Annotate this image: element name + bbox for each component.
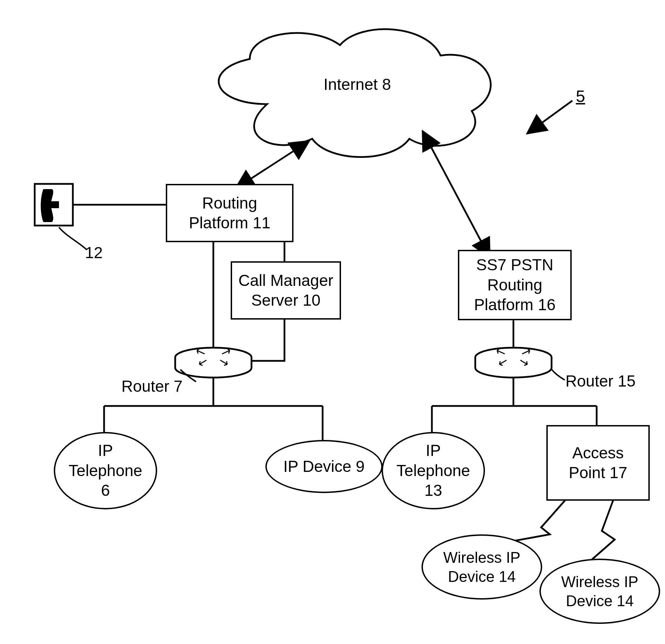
call-manager-line1: Call Manager — [238, 271, 333, 291]
svg-rect-3 — [35, 184, 73, 226]
routing-platform-line1: Routing — [202, 193, 257, 213]
access-point-box: Access Point 17 — [546, 425, 650, 501]
ip-device-left-label: IP Device 9 — [283, 457, 365, 477]
call-manager-box: Call Manager Server 10 — [231, 261, 341, 320]
routing-platform-line2: Platform 11 — [189, 213, 270, 233]
phone-icon-label: 12 — [85, 243, 103, 263]
ip-telephone-right-line2: Telephone — [397, 461, 470, 481]
ip-telephone-right-line1: IP — [426, 441, 441, 461]
svg-line-0 — [534, 101, 572, 128]
ip-telephone-left: IP Telephone 6 — [54, 432, 157, 509]
ss7-line2: Routing — [487, 275, 543, 295]
router-right-label: Router 15 — [565, 371, 636, 391]
wireless-right-line2: Device 14 — [566, 591, 634, 610]
wireless-left-line1: Wireless IP — [443, 548, 520, 567]
ss7-box: SS7 PSTN Routing Platform 16 — [458, 250, 572, 320]
ss7-line3: Platform 16 — [474, 295, 555, 315]
svg-line-2 — [427, 139, 486, 250]
call-manager-line2: Server 10 — [251, 290, 320, 311]
ip-telephone-right: IP Telephone 13 — [382, 432, 485, 509]
wireless-right-line1: Wireless IP — [561, 572, 638, 591]
cloud-label: Internet 8 — [312, 75, 402, 95]
wireless-left-line2: Device 14 — [448, 567, 516, 586]
svg-point-7 — [175, 348, 251, 367]
wireless-device-left: Wireless IP Device 14 — [421, 534, 542, 600]
ss7-line1: SS7 PSTN — [476, 255, 553, 275]
ip-telephone-left-line2: Telephone — [69, 461, 142, 481]
access-point-line2: Point 17 — [569, 463, 628, 483]
svg-point-13 — [475, 348, 552, 367]
diagram-stage: 5 Internet 8 Routing Platform 11 12 Call… — [0, 0, 665, 644]
router-left-label: Router 7 — [121, 376, 182, 397]
diagram-svg — [0, 0, 665, 644]
ip-telephone-right-line3: 13 — [424, 481, 442, 501]
ip-device-left: IP Device 9 — [265, 440, 383, 493]
access-point-line1: Access — [572, 443, 624, 463]
figure-reference: 5 — [576, 87, 585, 106]
svg-line-1 — [243, 146, 302, 184]
wireless-device-right: Wireless IP Device 14 — [539, 559, 660, 624]
ip-telephone-left-line1: IP — [98, 441, 113, 461]
ip-telephone-left-line3: 6 — [101, 481, 110, 501]
routing-platform-box: Routing Platform 11 — [166, 184, 293, 242]
